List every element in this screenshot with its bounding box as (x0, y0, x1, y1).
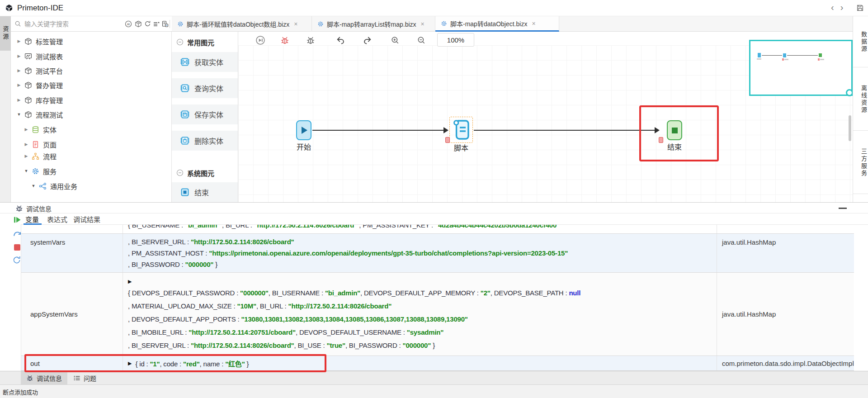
variable-type: java.util.HashMap (717, 273, 854, 355)
gear-icon (177, 21, 184, 27)
resume-icon[interactable] (13, 215, 22, 224)
gear-icon (32, 167, 39, 175)
palette-item-save-entity[interactable]: 保存实体 (172, 104, 238, 124)
palette-item-end[interactable]: 结束 (172, 182, 238, 202)
document-icon[interactable] (161, 20, 169, 28)
step-over-icon[interactable] (13, 230, 21, 238)
sort-list-icon[interactable] (153, 20, 160, 28)
table-row-systemvars[interactable]: systemVars , BI_SERVER_URL : "http://172… (21, 234, 854, 273)
bottom-tab-debug-info[interactable]: 调试信息 (21, 371, 67, 384)
run-to-cursor-icon[interactable] (255, 35, 265, 45)
tree-item-inventory[interactable]: ▶库存管理 (11, 94, 172, 106)
chevron-right-icon[interactable]: ▶ (16, 98, 22, 102)
stop-icon[interactable] (14, 244, 20, 251)
expand-arrow-icon[interactable]: ▶ (128, 279, 132, 284)
debug-tab-results[interactable]: 调试结果 (73, 214, 100, 224)
debug-tab-variables[interactable]: 变量 (25, 214, 39, 224)
flow-connector[interactable] (312, 130, 443, 131)
nav-back-icon[interactable]: ‹ (831, 2, 834, 13)
minimap-resize-handle[interactable] (846, 89, 853, 96)
minimize-icon[interactable] (839, 208, 847, 209)
chevron-right-icon[interactable]: ▶ (16, 68, 22, 73)
chevron-right-icon[interactable]: ▶ (24, 142, 29, 147)
chevron-right-icon[interactable]: ▶ (16, 54, 22, 58)
ai-assist-icon[interactable] (125, 20, 132, 28)
nav-forward-icon[interactable]: › (840, 2, 844, 13)
tab-script-loop-dataobject[interactable]: 脚本-循环赋值转dataObject数组.bizx × (172, 16, 312, 32)
close-icon[interactable]: × (532, 20, 535, 27)
debug-settings-icon[interactable] (306, 36, 315, 45)
tree-item-tag-management[interactable]: ▶标签管理 (11, 35, 172, 47)
title-bar: Primeton-IDE ‹ › (0, 0, 868, 16)
start-node[interactable] (296, 120, 311, 140)
flow-connector[interactable] (474, 130, 655, 131)
debug-tab-expressions[interactable]: 表达式 (47, 214, 67, 224)
resource-tree: ▶标签管理 ▶测试报表 ▶测试平台 ▶督办管理 ▶库存管理 ▼流程测试 ▶实体 … (11, 32, 172, 202)
tree-item-service[interactable]: ▼服务 (11, 165, 172, 177)
canvas-scrollbar[interactable] (849, 115, 851, 141)
table-row-clipped[interactable]: { BI_USERNAME : "bi_admin" , BI_URL : "h… (21, 225, 854, 234)
palette-item-get-entity[interactable]: 获取实体 (172, 52, 238, 72)
flow-canvas[interactable]: 100% 开始 脚本 结束 (238, 32, 853, 202)
close-icon[interactable]: × (421, 20, 425, 28)
tree-item-test-platform[interactable]: ▶测试平台 (11, 64, 172, 77)
chevron-right-icon[interactable]: ▶ (24, 127, 29, 132)
element-palette: 常用图元 获取实体 查询实体 保存实体 删除实体 系统图元 结束 (172, 32, 238, 202)
rail-tab-resources[interactable]: 资源 (0, 16, 11, 51)
undo-icon[interactable] (336, 36, 345, 45)
chevron-right-icon[interactable]: ▶ (16, 39, 22, 43)
chevron-right-icon[interactable]: ▶ (16, 83, 22, 87)
red-highlight-box (639, 105, 719, 161)
rail-tab-offline-resources[interactable]: 离线资源 (853, 72, 868, 127)
variable-value-line: , MATERIAL_UPLOAD_MAX_SIZE : "10M", BI_U… (128, 299, 717, 313)
palette-section-system[interactable]: 系统图元 (172, 167, 238, 179)
chevron-right-icon[interactable]: ▶ (24, 154, 29, 158)
restart-icon[interactable] (12, 256, 21, 265)
redo-icon[interactable] (363, 36, 372, 45)
zoom-level[interactable]: 100% (437, 33, 474, 47)
variable-value-line: , PM_ASSISTANT_HOST : "https://primetona… (128, 247, 717, 259)
debug-icon[interactable] (280, 36, 289, 45)
palette-item-query-entity[interactable]: 查询实体 (172, 78, 238, 98)
close-icon[interactable]: × (294, 20, 297, 28)
tree-item-entity[interactable]: ▶实体 (11, 123, 172, 136)
tab-script-map-dataobject[interactable]: 脚本-map转dataObject.bizx × (435, 16, 559, 32)
chevron-down-icon[interactable]: ▼ (16, 112, 22, 117)
script-node-selection[interactable] (449, 117, 473, 143)
chevron-down-icon[interactable]: ▼ (24, 169, 29, 173)
tree-item-process[interactable]: ▶流程 (11, 150, 172, 162)
refresh-icon[interactable] (144, 20, 151, 27)
tree-item-page[interactable]: ▶页面 (11, 138, 172, 151)
titlebar-nav: ‹ › (831, 2, 858, 13)
panel-divider[interactable] (0, 202, 868, 203)
save-icon[interactable] (856, 4, 864, 12)
primeton-ide-window: Primeton-IDE ‹ › 资源 ▶标签管理 ▶测试报表 ▶测试平台 ▶督… (0, 0, 868, 398)
collapse-icon[interactable] (176, 38, 184, 46)
tree-item-process-test[interactable]: ▼流程测试 (11, 108, 172, 121)
debug-panel: 调试信息 变量 表达式 调试结果 { BI_USERNAME : "bi_adm… (0, 203, 868, 371)
variable-name: systemVars (21, 234, 123, 272)
zoom-out-icon[interactable] (417, 36, 425, 44)
editor-tab-bar: 脚本-循环赋值转dataObject数组.bizx × 脚本-map转array… (172, 16, 853, 32)
rail-tab-third-party-services[interactable]: 三方服务 (853, 136, 868, 190)
palette-item-delete-entity[interactable]: 删除实体 (172, 131, 238, 151)
palette-section-common[interactable]: 常用图元 (172, 36, 238, 48)
table-row-appsystemvars[interactable]: appSystemVars ▶ { DEVOPS_DEFAULT_PASSWOR… (21, 273, 854, 356)
search-input[interactable] (24, 19, 110, 29)
package-icon (24, 38, 32, 45)
rail-divider (853, 130, 868, 131)
breakpoint-marker[interactable] (445, 137, 450, 143)
tree-item-supervision[interactable]: ▶督办管理 (11, 79, 172, 91)
collapse-icon[interactable] (176, 169, 184, 176)
rail-tab-datasource[interactable]: 数据源 (853, 22, 868, 62)
debug-header: 调试信息 (0, 203, 868, 213)
zoom-in-icon[interactable] (391, 36, 399, 44)
chevron-down-icon[interactable]: ▼ (31, 184, 36, 188)
end-element-icon (180, 187, 190, 197)
tree-item-test-report[interactable]: ▶测试报表 (11, 50, 172, 62)
module-icon[interactable] (135, 20, 142, 28)
tree-item-common-business[interactable]: ▼通用业务 (11, 180, 172, 192)
minimap[interactable] (749, 40, 853, 96)
tab-script-map-arraylist[interactable]: 脚本-map转arrayList转map.bizx × (312, 16, 435, 32)
bottom-tab-problems[interactable]: 问题 (68, 371, 102, 384)
